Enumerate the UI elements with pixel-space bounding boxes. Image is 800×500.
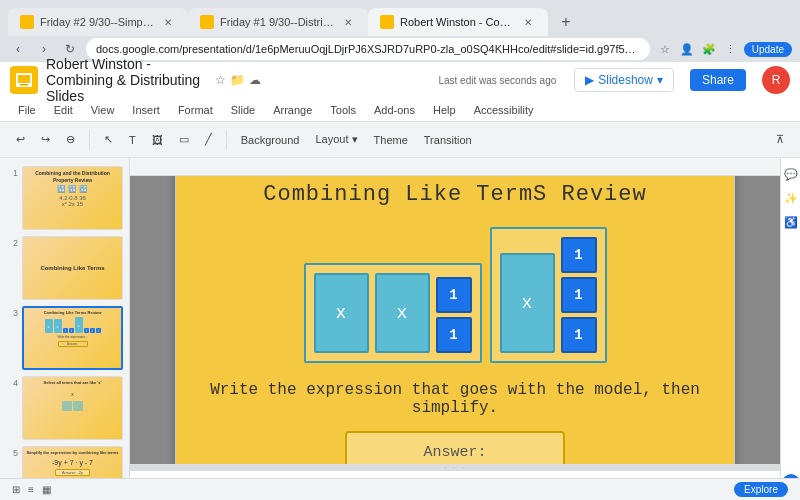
- slide-thumb-1[interactable]: 1 Combining and the Distribution Propert…: [6, 166, 123, 230]
- explore-button[interactable]: Explore: [734, 482, 788, 497]
- write-expression-text: Write the expression that goes with the …: [176, 381, 734, 417]
- move-icon[interactable]: 📁: [230, 73, 245, 87]
- menu-format[interactable]: Format: [170, 102, 221, 118]
- text-tool[interactable]: T: [123, 127, 142, 153]
- undo-button[interactable]: ↩: [10, 127, 31, 153]
- tab-favicon-1: [20, 15, 34, 29]
- cursor-tool[interactable]: ↖: [98, 127, 119, 153]
- tab-bar: Friday #2 9/30--Simplifying E... ✕ Frida…: [0, 0, 800, 36]
- menu-edit[interactable]: Edit: [46, 102, 81, 118]
- slide-preview-1[interactable]: Combining and the Distribution Property …: [22, 166, 123, 230]
- slide-preview-3[interactable]: Combining Like Terms Review x x 1 1 x 1 …: [22, 306, 123, 370]
- extensions-icon[interactable]: 🧩: [700, 40, 718, 58]
- star-icon[interactable]: ☆: [215, 73, 226, 87]
- zoom-button[interactable]: ⊖: [60, 127, 81, 153]
- slide-preview-4[interactable]: Select all terms that are like 'x' x: [22, 376, 123, 440]
- slideshow-label: Slideshow: [598, 73, 653, 87]
- slide-preview-2[interactable]: Combining Like Terms: [22, 236, 123, 300]
- menu-view[interactable]: View: [83, 102, 123, 118]
- accessibility-icon[interactable]: ♿: [783, 214, 799, 230]
- tab-title-3: Robert Winston - Combining &...: [400, 16, 514, 28]
- slideshow-chevron: ▾: [657, 73, 663, 87]
- tab-3[interactable]: Robert Winston - Combining &... ✕: [368, 8, 548, 36]
- profile-icon[interactable]: 👤: [678, 40, 696, 58]
- new-tab-button[interactable]: +: [552, 8, 580, 36]
- update-button[interactable]: Update: [744, 42, 792, 57]
- block-1-1: 1: [436, 277, 472, 313]
- slide-thumb-2[interactable]: 2 Combining Like Terms: [6, 236, 123, 300]
- tab-close-1[interactable]: ✕: [160, 14, 176, 30]
- shape-tool[interactable]: ▭: [173, 127, 195, 153]
- block-x-3: x: [500, 253, 555, 353]
- line-tool[interactable]: ╱: [199, 127, 218, 153]
- slides-app-icon: [10, 66, 38, 94]
- layout-button[interactable]: Layout ▾: [309, 127, 363, 153]
- back-button[interactable]: ‹: [8, 39, 28, 59]
- svg-rect-2: [20, 84, 28, 86]
- horizontal-ruler: [130, 158, 780, 176]
- browser-toolbar-icons: ☆ 👤 🧩 ⋮ Update: [656, 40, 792, 58]
- share-button[interactable]: Share: [690, 69, 746, 91]
- comment-icon[interactable]: 💬: [783, 166, 799, 182]
- block-1-2: 1: [436, 317, 472, 353]
- magic-icon[interactable]: ✨: [783, 190, 799, 206]
- document-title: Robert Winston - Combining & Distributin…: [46, 56, 207, 104]
- slide-container[interactable]: Combining Like TermS Review x x 1 1 x: [130, 176, 780, 464]
- right-sidebar: 💬 ✨ ♿ +: [780, 158, 800, 500]
- menu-arrange[interactable]: Arrange: [265, 102, 320, 118]
- slide-num-1: 1: [6, 168, 18, 178]
- ones-group-left: 1 1: [436, 277, 472, 353]
- slide-thumb-3[interactable]: 3 Combining Like Terms Review x x 1 1 x …: [6, 306, 123, 370]
- toolbar-separator-1: [89, 130, 90, 150]
- tab-favicon-2: [200, 15, 214, 29]
- last-edit-text: Last edit was seconds ago: [438, 75, 556, 86]
- tab-1[interactable]: Friday #2 9/30--Simplifying E... ✕: [8, 8, 188, 36]
- settings-icon[interactable]: ⋮: [722, 40, 740, 58]
- background-button[interactable]: Background: [235, 127, 306, 153]
- collapse-panel-button[interactable]: ⊼: [770, 127, 790, 153]
- slide-num-5: 5: [6, 448, 18, 458]
- menu-insert[interactable]: Insert: [124, 102, 168, 118]
- filmstrip-icon[interactable]: ▦: [42, 484, 51, 495]
- theme-button[interactable]: Theme: [368, 127, 414, 153]
- slides-panel: 1 Combining and the Distribution Propert…: [0, 158, 130, 500]
- current-slide: Combining Like TermS Review x x 1 1 x: [175, 176, 735, 464]
- block-x-1: x: [314, 273, 369, 353]
- blocks-group-right: x 1 1 1: [490, 227, 607, 363]
- user-avatar[interactable]: R: [762, 66, 790, 94]
- tab-close-3[interactable]: ✕: [520, 14, 536, 30]
- tab-title-2: Friday #1 9/30--Distributing &...: [220, 16, 334, 28]
- menu-accessibility[interactable]: Accessibility: [466, 102, 542, 118]
- slides-toolbar: ↩ ↪ ⊖ ↖ T 🖼 ▭ ╱ Background Layout ▾ Them…: [0, 122, 800, 158]
- block-x-2: x: [375, 273, 430, 353]
- tab-close-2[interactable]: ✕: [340, 14, 356, 30]
- block-1-4: 1: [561, 277, 597, 313]
- bottom-right: Explore: [734, 482, 788, 497]
- app-bar: Robert Winston - Combining & Distributin…: [0, 62, 800, 122]
- menu-file[interactable]: File: [10, 102, 44, 118]
- bottom-bar: ⊞ ≡ ▦ Explore: [0, 478, 800, 500]
- tab-favicon-3: [380, 15, 394, 29]
- block-1-3: 1: [561, 237, 597, 273]
- menu-help[interactable]: Help: [425, 102, 464, 118]
- blocks-group-left: x x 1 1: [304, 263, 482, 363]
- slide-num-3: 3: [6, 308, 18, 318]
- image-tool[interactable]: 🖼: [146, 127, 169, 153]
- menu-addons[interactable]: Add-ons: [366, 102, 423, 118]
- grid-view-icon[interactable]: ⊞: [12, 484, 20, 495]
- slide-thumb-4[interactable]: 4 Select all terms that are like 'x' x: [6, 376, 123, 440]
- title-icons: ☆ 📁 ☁: [215, 73, 261, 87]
- answer-box[interactable]: Answer:: [345, 431, 565, 465]
- list-view-icon[interactable]: ≡: [28, 484, 34, 495]
- menu-tools[interactable]: Tools: [322, 102, 364, 118]
- redo-button[interactable]: ↪: [35, 127, 56, 153]
- slideshow-button[interactable]: ▶ Slideshow ▾: [574, 68, 674, 92]
- bookmark-icon[interactable]: ☆: [656, 40, 674, 58]
- cloud-icon: ☁: [249, 73, 261, 87]
- transition-button[interactable]: Transition: [418, 127, 478, 153]
- tab-2[interactable]: Friday #1 9/30--Distributing &... ✕: [188, 8, 368, 36]
- canvas-area: Combining Like TermS Review x x 1 1 x: [130, 158, 780, 500]
- menu-slide[interactable]: Slide: [223, 102, 263, 118]
- block-1-5: 1: [561, 317, 597, 353]
- svg-rect-1: [18, 75, 30, 83]
